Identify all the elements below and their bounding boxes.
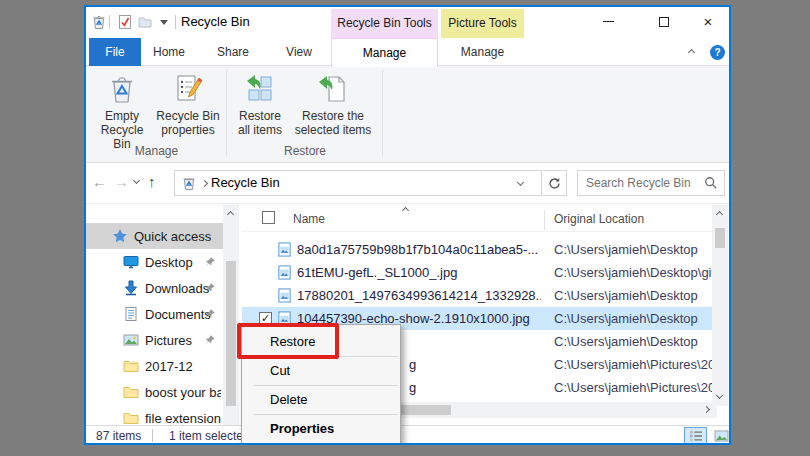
file-location: C:\Users\jamieh\Desktop (554, 242, 698, 257)
sidebar-item-folder-boost-your-batt[interactable]: boost your batt (86, 379, 221, 405)
refresh-icon (548, 177, 561, 190)
contextual-tab-picture-tools[interactable]: Picture Tools (441, 9, 524, 38)
tab-share[interactable]: Share (208, 38, 258, 66)
maximize-icon (659, 17, 669, 27)
pin-icon[interactable] (204, 308, 216, 320)
tab-home[interactable]: Home (146, 38, 192, 66)
sidebar-item-documents[interactable]: Documents (86, 301, 221, 327)
selection-count: 1 item selected (169, 429, 250, 443)
properties-check-icon[interactable] (117, 14, 133, 30)
ribbon: Empty Recycle Bin Recycle Bin properties… (86, 66, 729, 163)
nav-scrollbar-thumb[interactable] (226, 261, 236, 406)
large-icons-view-button[interactable] (711, 427, 731, 445)
tab-view[interactable]: View (276, 38, 322, 66)
file-row[interactable]: 61tEMU-gefL._SL1000_.jpg C:\Users\jamieh… (242, 261, 717, 284)
up-icon[interactable]: ↑ (148, 172, 156, 192)
collapse-ribbon-icon[interactable] (688, 49, 695, 56)
sidebar-item-label: Pictures (145, 333, 192, 348)
restore-all-items-button[interactable]: Restore all items (232, 71, 288, 137)
pin-icon[interactable] (204, 334, 216, 346)
items-count: 87 items (96, 429, 141, 443)
explorer-window: Recycle Bin Recycle Bin Tools Picture To… (84, 5, 731, 445)
pin-icon[interactable] (204, 282, 216, 294)
list-scrollbar-thumb[interactable] (715, 228, 725, 248)
folder-icon (123, 358, 139, 374)
column-header-original-location[interactable]: Original Location (554, 212, 644, 226)
scroll-right-icon[interactable] (703, 406, 710, 413)
recent-locations-icon[interactable] (133, 177, 140, 184)
maximize-button[interactable] (642, 7, 686, 36)
search-icon[interactable] (704, 176, 718, 190)
recycle-bin-properties-button[interactable]: Recycle Bin properties (154, 71, 222, 137)
tab-file[interactable]: File (89, 38, 141, 66)
file-location: C:\Users\jamieh\Desktop (554, 288, 698, 303)
star-icon (112, 228, 128, 244)
desktop-background: Recycle Bin Recycle Bin Tools Picture To… (0, 0, 810, 456)
file-location: C:\Users\jamieh\Pictures\201 (554, 380, 714, 395)
file-row[interactable]: 17880201_1497634993614214_1332928... C:\… (242, 284, 717, 307)
context-menu-item-properties[interactable]: Properties (242, 415, 400, 443)
divider (152, 429, 153, 442)
group-label-restore: Restore (232, 144, 378, 160)
sidebar-item-label: boost your batt (145, 385, 221, 400)
restore-all-items-icon (244, 73, 276, 105)
forward-icon[interactable]: → (114, 172, 129, 192)
close-icon: × (704, 14, 713, 29)
sidebar-item-desktop[interactable]: Desktop (86, 249, 221, 275)
details-view-icon (689, 430, 703, 442)
sidebar-item-label: Desktop (145, 255, 193, 270)
scroll-up-icon[interactable] (227, 211, 234, 218)
scroll-up-icon[interactable] (716, 211, 723, 218)
new-folder-icon[interactable] (137, 14, 153, 30)
context-menu-item-delete[interactable]: Delete (242, 386, 400, 414)
nav-scrollbar[interactable] (223, 204, 239, 426)
empty-recycle-bin-button[interactable]: Empty Recycle Bin (91, 71, 153, 151)
file-name: 17880201_1497634993614214_1332928... (297, 288, 541, 303)
list-scrollbar[interactable] (712, 204, 728, 406)
help-icon[interactable]: ? (710, 45, 725, 60)
context-menu-item-cut[interactable]: Cut (242, 357, 400, 385)
qat-customize-icon[interactable] (160, 20, 168, 25)
restore-selected-items-label: Restore the selected items (295, 109, 372, 137)
recycle-bin-properties-icon (172, 73, 204, 105)
documents-icon (123, 306, 139, 322)
restore-selected-items-button[interactable]: Restore the selected items (290, 71, 376, 137)
file-location: C:\Users\jamieh\Pictures\201 (554, 357, 714, 372)
file-location: C:\Users\jamieh\Desktop (554, 334, 698, 349)
breadcrumb-chevron-icon[interactable] (201, 180, 208, 187)
details-view-button[interactable] (684, 427, 707, 445)
search-input[interactable] (578, 171, 724, 195)
sidebar-item-pictures[interactable]: Pictures (86, 327, 221, 353)
pin-icon[interactable] (204, 256, 216, 268)
downloads-icon (123, 280, 139, 296)
select-all-checkbox[interactable] (262, 211, 275, 224)
refresh-button[interactable] (543, 170, 567, 196)
tab-manage-picture-tools[interactable]: Manage (441, 38, 524, 66)
column-header-name[interactable]: Name (293, 212, 325, 226)
breadcrumb[interactable]: Recycle Bin (211, 175, 280, 190)
recycle-bin-window-icon (91, 14, 107, 30)
search-box[interactable] (577, 170, 725, 196)
file-name: 8a0d1a75759b98b1f7b104a0c11abea5-... (297, 242, 538, 257)
group-divider (382, 70, 383, 156)
file-row[interactable]: 8a0d1a75759b98b1f7b104a0c11abea5-... C:\… (242, 238, 717, 261)
sidebar-item-quick-access[interactable]: Quick access (86, 223, 223, 249)
sort-ascending-icon (402, 207, 409, 214)
sidebar-item-label: Quick access (134, 229, 211, 244)
breadcrumb-bar[interactable]: Recycle Bin (174, 170, 542, 196)
tab-manage-recycle-bin-tools[interactable]: Manage (331, 38, 438, 67)
back-icon[interactable]: ← (92, 172, 107, 192)
contextual-tab-recycle-bin-tools[interactable]: Recycle Bin Tools (331, 9, 438, 38)
divider (109, 15, 110, 29)
close-button[interactable]: × (686, 7, 730, 36)
column-divider[interactable] (544, 210, 545, 230)
minimize-icon (603, 21, 614, 22)
scroll-down-icon[interactable] (716, 392, 723, 399)
file-location: C:\Users\jamieh\Desktop (554, 311, 698, 326)
restore-highlight-annotation (237, 323, 339, 359)
minimize-button[interactable] (586, 7, 630, 36)
sidebar-item-downloads[interactable]: Downloads (86, 275, 221, 301)
address-dropdown-icon[interactable] (517, 179, 524, 186)
folder-icon (123, 410, 139, 426)
sidebar-item-folder-2017-12[interactable]: 2017-12 (86, 353, 221, 379)
